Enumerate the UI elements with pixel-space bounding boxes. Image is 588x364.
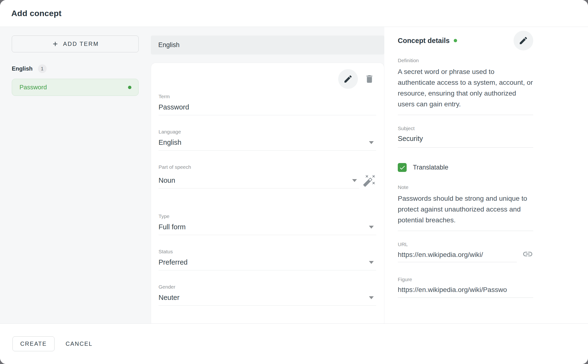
dialog-footer: CREATE CANCEL (0, 323, 588, 364)
dialog-content: ADD TERM English 1 Password English (0, 27, 588, 323)
chevron-down-icon (369, 226, 374, 228)
pencil-icon (519, 36, 528, 46)
term-card: Term Password Language English (151, 63, 384, 323)
term-chip-label: Password (20, 84, 128, 91)
term-language-header-label: English (158, 41, 180, 49)
term-card-actions (158, 69, 376, 89)
field-status: Status Preferred (158, 249, 376, 270)
chevron-down-icon (369, 296, 374, 299)
part-of-speech-select-value: Noun (158, 176, 352, 184)
add-term-label: ADD TERM (63, 41, 99, 47)
concept-details-header: Concept details (398, 31, 533, 50)
part-of-speech-field-label: Part of speech (158, 164, 376, 170)
type-select-value: Full form (158, 223, 369, 231)
term-editor-column: English Term Passwo (151, 27, 384, 323)
create-button[interactable]: CREATE (13, 336, 54, 351)
link-icon (522, 248, 533, 260)
term-list-sidebar: ADD TERM English 1 Password (0, 27, 151, 323)
cancel-button[interactable]: CANCEL (64, 340, 94, 347)
checkmark-icon (399, 164, 406, 171)
term-list-item-password[interactable]: Password (12, 79, 139, 96)
url-value: https://en.wikipedia.org/wiki/ (398, 251, 517, 259)
part-of-speech-select[interactable]: Noun (158, 176, 359, 188)
translatable-checkbox[interactable] (398, 163, 407, 172)
field-language: Language English (158, 129, 376, 150)
gender-field-label: Gender (158, 284, 376, 290)
term-language-header: English (151, 36, 384, 54)
dialog-title: Add concept (11, 9, 61, 18)
term-input-value: Password (158, 103, 376, 111)
url-row: https://en.wikipedia.org/wiki/ (398, 247, 533, 262)
magic-wand-icon (363, 174, 376, 187)
field-gender: Gender Neuter (158, 284, 376, 306)
concept-details-title: Concept details (398, 37, 450, 45)
gender-select[interactable]: Neuter (158, 294, 376, 306)
term-count-badge: 1 (38, 64, 47, 73)
open-link-button[interactable] (522, 248, 533, 260)
type-select[interactable]: Full form (158, 223, 376, 235)
subject-label: Subject (398, 126, 533, 131)
figure-label: Figure (398, 277, 533, 282)
url-input[interactable]: https://en.wikipedia.org/wiki/ (398, 251, 517, 262)
concept-details-panel: Concept details Definition A secret word… (384, 27, 588, 323)
dialog-titlebar: Add concept (0, 0, 588, 27)
field-term: Term Password (158, 94, 376, 115)
auto-suggest-button[interactable] (363, 174, 376, 188)
edit-term-button[interactable] (338, 69, 358, 89)
add-concept-dialog: Add concept ADD TERM English 1 Password … (0, 0, 588, 364)
figure-value[interactable]: https://en.wikipedia.org/wiki/Passwo (398, 286, 533, 298)
chevron-down-icon (352, 179, 357, 182)
add-term-button[interactable]: ADD TERM (12, 36, 139, 52)
field-part-of-speech: Part of speech Noun (158, 164, 376, 188)
status-select[interactable]: Preferred (158, 258, 376, 270)
definition-label: Definition (398, 58, 533, 63)
gender-select-value: Neuter (158, 294, 369, 302)
chevron-down-icon (369, 141, 374, 144)
term-field-label: Term (158, 94, 376, 99)
definition-value[interactable]: A secret word or phrase used to authenti… (398, 66, 533, 115)
note-label: Note (398, 184, 533, 190)
language-group-header: English 1 (12, 64, 139, 73)
pencil-icon (343, 74, 353, 84)
language-select-value: English (158, 138, 369, 146)
trash-icon (364, 74, 374, 84)
term-input[interactable]: Password (158, 103, 376, 115)
language-select[interactable]: English (158, 138, 376, 150)
translatable-checkbox-row[interactable]: Translatable (398, 163, 533, 172)
chevron-down-icon (369, 261, 374, 264)
term-status-dot (128, 86, 131, 89)
field-type: Type Full form (158, 214, 376, 235)
status-select-value: Preferred (158, 258, 369, 266)
note-value[interactable]: Passwords should be strong and unique to… (398, 193, 533, 231)
language-field-label: Language (158, 129, 376, 135)
concept-status-dot (454, 39, 457, 42)
subject-value[interactable]: Security (398, 135, 533, 148)
url-label: URL (398, 241, 533, 247)
term-fields: Term Password Language English (158, 94, 376, 306)
translatable-label: Translatable (413, 164, 448, 171)
language-group-label: English (12, 65, 33, 72)
status-field-label: Status (158, 249, 376, 254)
plus-icon (52, 40, 59, 47)
delete-term-button[interactable] (363, 72, 376, 86)
type-field-label: Type (158, 214, 376, 219)
edit-concept-button[interactable] (514, 31, 533, 50)
